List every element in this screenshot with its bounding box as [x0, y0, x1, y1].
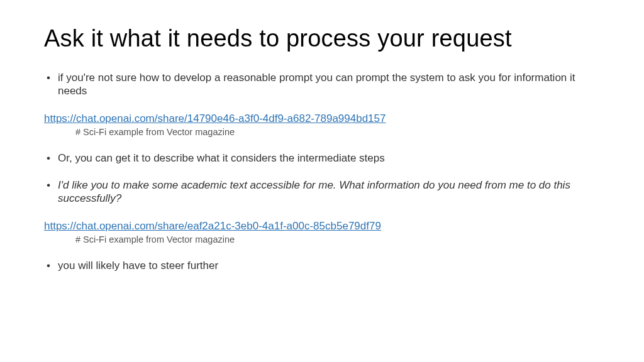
slide-title: Ask it what it needs to process your req… — [44, 25, 600, 52]
link-block-1: https://chat.openai.com/share/14790e46-a… — [44, 112, 600, 138]
link-block-2: https://chat.openai.com/share/eaf2a21c-3… — [44, 219, 600, 245]
share-link-1[interactable]: https://chat.openai.com/share/14790e46-a… — [44, 112, 386, 124]
slide: Ask it what it needs to process your req… — [0, 0, 644, 362]
bullet-intermediate-steps: Or, you can get it to describe what it c… — [44, 151, 600, 165]
bullet-steer-further: you will likely have to steer further — [44, 259, 600, 272]
hash-note-1: # Sci-Fi example from Vector magazine — [75, 126, 600, 138]
slide-body: if you're not sure how to develop a reas… — [44, 71, 600, 272]
bullet-prompt-info: if you're not sure how to develop a reas… — [44, 71, 600, 98]
share-link-2[interactable]: https://chat.openai.com/share/eaf2a21c-3… — [44, 220, 381, 232]
hash-note-2: # Sci-Fi example from Vector magazine — [75, 234, 600, 245]
bullet-example-prompt: I'd like you to make some academic text … — [44, 178, 600, 206]
